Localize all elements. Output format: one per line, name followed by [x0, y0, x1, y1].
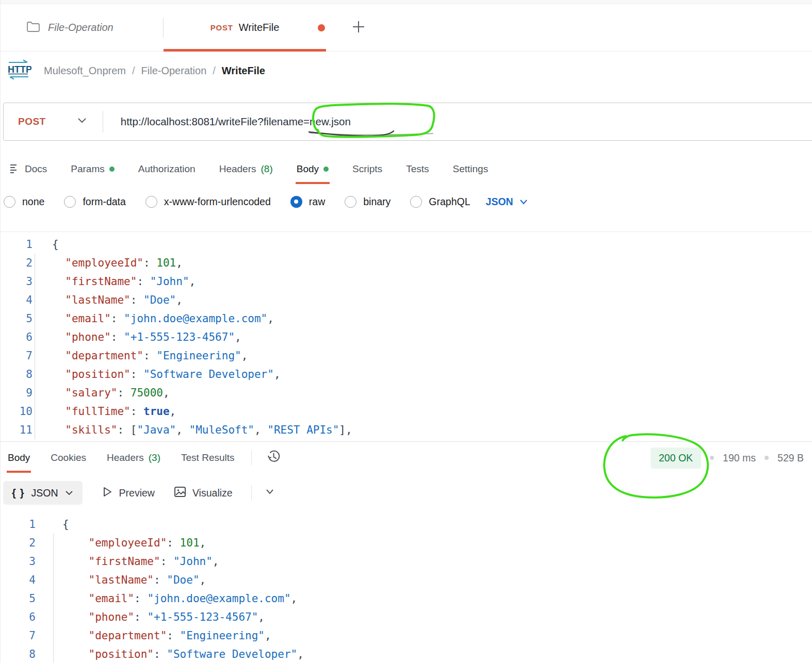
line-number: 6	[1, 328, 33, 346]
code-content: "phone": "+1-555-123-4567",	[36, 608, 265, 626]
history-icon[interactable]	[265, 449, 282, 467]
code-line: 6 "phone": "+1-555-123-4567",	[1, 608, 812, 626]
tab-label: Test Results	[181, 452, 234, 463]
visualize-button[interactable]: Visualize	[173, 485, 233, 501]
code-line: 9 "salary": 75000,	[1, 384, 812, 402]
tab-label: Headers	[219, 163, 256, 175]
code-line: 1{	[1, 515, 812, 534]
bodytype-form-data[interactable]: form-data	[64, 196, 125, 208]
raw-format-select[interactable]: JSON	[486, 196, 529, 208]
radio-label: raw	[309, 196, 325, 208]
code-line: 2 "employeeId": 101,	[1, 254, 812, 272]
more-actions-chevron-icon[interactable]	[264, 488, 275, 498]
radio-icon[interactable]	[345, 196, 356, 208]
collection-tab[interactable]: File-Operation	[26, 21, 158, 35]
line-number: 11	[1, 421, 33, 439]
collection-tab-label: File-Operation	[48, 22, 113, 34]
code-line: 3 "firstName": "John",	[1, 552, 812, 571]
tab-label: Cookies	[51, 452, 86, 463]
radio-icon[interactable]	[64, 196, 76, 208]
code-content: "firstName": "John",	[36, 552, 219, 571]
line-number: 8	[1, 645, 36, 663]
response-format-select[interactable]: { } JSON	[3, 481, 83, 505]
breadcrumb-collection[interactable]: File-Operation	[141, 65, 207, 77]
code-line: 7 "department": "Engineering",	[1, 626, 812, 645]
action-label: Preview	[119, 487, 155, 499]
bodytype-raw[interactable]: raw	[290, 196, 325, 208]
http-protocol-icon: HTTP	[6, 58, 31, 84]
code-content: "salary": 75000,	[33, 384, 170, 402]
method-selector[interactable]: POST	[4, 116, 46, 127]
response-tab-headers[interactable]: Headers(3)	[107, 442, 160, 474]
code-line: 8 "position": "Software Developer",	[1, 365, 812, 384]
tab-body[interactable]: Body	[297, 153, 329, 185]
response-tab-body[interactable]: Body	[8, 442, 30, 474]
code-content: "firstName": "John",	[33, 272, 196, 291]
code-line: 10 "fullTime": true,	[1, 402, 812, 421]
code-line: 11 "skills": ["Java", "MuleSoft", "REST …	[1, 421, 812, 439]
response-actions: { } JSON PreviewVisualize	[1, 481, 812, 505]
tab-tests[interactable]: Tests	[406, 153, 429, 185]
chevron-down-icon[interactable]	[76, 117, 88, 127]
bodytype-binary[interactable]: binary	[345, 196, 391, 208]
url-input[interactable]: http://localhost:8081/writeFile?filename…	[121, 115, 351, 128]
request-tabs: DocsParamsAuthorizationHeaders(8)BodyScr…	[1, 153, 812, 185]
bodytype-none[interactable]: none	[4, 196, 44, 208]
url-bar-divider	[103, 111, 103, 132]
code-line: 5 "email": "john.doe@example.com",	[1, 589, 812, 608]
action-label: Visualize	[192, 487, 233, 499]
request-body-editor[interactable]: 1{2 "employeeId": 101,3 "firstName": "Jo…	[1, 231, 812, 439]
tab-label: Authorization	[138, 163, 196, 175]
bodytype-graphql[interactable]: GraphQL	[410, 196, 470, 208]
code-content: "department": "Engineering",	[33, 346, 248, 365]
line-number: 1	[1, 235, 33, 254]
preview-button[interactable]: Preview	[101, 485, 155, 501]
indent-guide	[53, 534, 54, 663]
response-tab-test-results[interactable]: Test Results	[181, 442, 234, 474]
code-content: "email": "john.doe@example.com",	[33, 309, 274, 328]
tab-label: Body	[297, 163, 319, 175]
code-line: 8 "position": "Software Developer",	[1, 645, 812, 663]
radio-label: form-data	[83, 196, 125, 208]
code-line: 5 "email": "john.doe@example.com",	[1, 309, 812, 328]
tab-count: (8)	[261, 163, 273, 175]
active-tab-underline	[296, 182, 330, 184]
code-line: 1{	[1, 235, 812, 254]
tab-count: (3)	[149, 452, 160, 463]
radio-label: GraphQL	[429, 196, 470, 208]
line-number: 9	[1, 384, 33, 402]
tab-docs[interactable]: Docs	[9, 153, 47, 185]
tab-label: Docs	[25, 163, 47, 175]
radio-label: x-www-form-urlencoded	[164, 196, 271, 208]
radio-icon[interactable]	[290, 196, 302, 208]
response-body-viewer[interactable]: 1{2 "employeeId": 101,3 "firstName": "Jo…	[1, 513, 812, 663]
radio-icon[interactable]	[145, 196, 157, 208]
response-status-area: 200 OK 190 ms 529 B	[651, 447, 804, 469]
code-content: "employeeId": 101,	[36, 534, 206, 552]
status-badge: 200 OK	[651, 447, 701, 469]
tab-scripts[interactable]: Scripts	[352, 153, 382, 185]
line-number: 5	[1, 589, 36, 608]
bodytype-x-www-form-urlencoded[interactable]: x-www-form-urlencoded	[145, 196, 271, 208]
window-top-strip	[1, 0, 812, 4]
radio-icon[interactable]	[410, 196, 422, 208]
response-tab-cookies[interactable]: Cookies	[51, 442, 86, 474]
tab-settings[interactable]: Settings	[452, 153, 488, 185]
url-bar: POST http://localhost:8081/writeFile?fil…	[3, 103, 812, 141]
new-tab-button[interactable]	[351, 19, 366, 37]
line-number: 3	[1, 552, 36, 571]
tab-authorization[interactable]: Authorization	[138, 153, 196, 185]
svg-text:HTTP: HTTP	[8, 64, 31, 75]
radio-icon[interactable]	[4, 196, 15, 208]
folder-icon	[26, 21, 40, 35]
tab-params[interactable]: Params	[71, 153, 114, 185]
line-number: 7	[1, 346, 33, 365]
tab-headers[interactable]: Headers(8)	[219, 153, 273, 185]
braces-icon: { }	[12, 487, 25, 499]
breadcrumb-workspace[interactable]: Mulesoft_Onprem	[44, 65, 126, 77]
response-time: 190 ms	[723, 452, 756, 464]
request-tab-name: WriteFile	[239, 22, 280, 34]
response-tabs: BodyCookiesHeaders(3)Test Results	[8, 442, 235, 474]
request-tab[interactable]: POST WriteFile	[164, 4, 326, 51]
line-number: 3	[1, 272, 33, 291]
